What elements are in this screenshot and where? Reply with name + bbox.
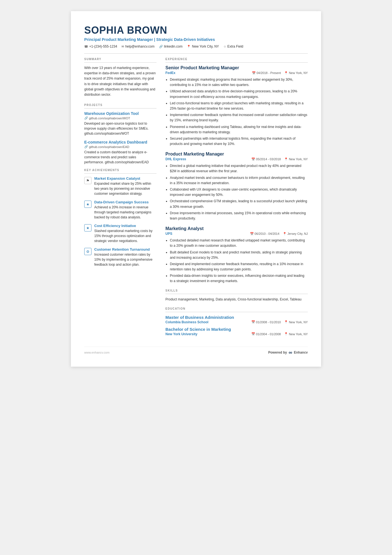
bullet: Collaborated with UX designers to create…: [170, 187, 308, 198]
edu-date-2: 📅 01/2004 - 01/2008: [251, 332, 281, 336]
calendar-icon-1: 📅: [252, 71, 256, 75]
job-meta-1: FedEx 📅 04/2018 - Present 📍 New York, NY: [165, 71, 308, 75]
project-item-2: E-commerce Analytics Dashboard 🔗 github.…: [84, 140, 157, 165]
job-location-1: 📍 New York, NY: [284, 71, 308, 75]
header: SOPHIA BROWN Principal Product Marketing…: [84, 24, 308, 54]
job-location-3: 📍 Jersey City, NJ: [283, 232, 308, 236]
edu-item-2: Bachelor of Science in Marketing New Yor…: [165, 327, 308, 336]
job-meta-2: DHL Express 📅 05/2014 - 03/2018 📍 New Yo…: [165, 157, 308, 161]
achievements-divider: [84, 173, 157, 174]
extra-icon: ☆: [224, 45, 226, 48]
job-company-3: UPS: [165, 232, 172, 236]
edu-pin-icon-2: 📍: [284, 332, 288, 336]
achievements-label: KEY ACHIEVEMENTS: [84, 169, 157, 172]
achievements-section: KEY ACHIEVEMENTS ⚑ Market Expansion Cata…: [84, 169, 157, 267]
brand-name: Enhancv: [294, 351, 308, 354]
bullet: Orchestrated comprehensive GTM strategie…: [170, 199, 308, 209]
edu-calendar-icon-2: 📅: [251, 332, 255, 336]
edu-location-1: 📍 New York, NY: [284, 320, 308, 324]
edu-school-2: New York University: [165, 332, 197, 336]
contact-phone: ☎ +1-(234)-555-1234: [84, 45, 117, 48]
pin-icon-1: 📍: [284, 71, 288, 75]
projects-section: PROJECTS Warehouse Optimization Tool 🔗 g…: [84, 103, 157, 165]
project-title-2: E-commerce Analytics Dashboard: [84, 140, 157, 144]
bullet: Designed and implemented customer feedba…: [170, 262, 308, 272]
skills-divider: [165, 294, 308, 294]
skills-label: SKILLS: [165, 289, 308, 292]
achievement-item-4: ⚙ Customer Retention Turnaround Increase…: [84, 247, 157, 267]
project-link-1: 🔗 github.com/sophiabrown/WOT: [84, 116, 157, 120]
bullet: Conducted detailed market research that …: [170, 238, 308, 248]
summary-label: SUMMARY: [84, 58, 157, 61]
edu-pin-icon-1: 📍: [284, 320, 288, 324]
gear-icon: ⚙: [84, 248, 91, 255]
star-icon-1: ★: [84, 201, 91, 208]
footer-website: www.enhancv.com: [84, 351, 110, 354]
edu-school-1: Columbia Business School: [165, 320, 209, 324]
link-icon-2: 🔗: [84, 145, 88, 149]
education-label: EDUCATION: [165, 307, 308, 310]
job-3: Marketing Analyst UPS 📅 06/2010 - 04/201…: [165, 226, 308, 284]
resume-page: SOPHIA BROWN Principal Product Marketing…: [71, 11, 321, 367]
project-item-1: Warehouse Optimization Tool 🔗 github.com…: [84, 111, 157, 136]
header-divider: [84, 53, 308, 54]
calendar-icon-2: 📅: [251, 157, 255, 161]
achievement-item-2: ★ Data-Driven Campaign Success Achieved …: [84, 200, 157, 220]
job-title-1: Senior Product Marketing Manager: [165, 65, 308, 70]
job-title-2: Product Marketing Manager: [165, 152, 308, 157]
summary-section: SUMMARY With over 13 years of marketing …: [84, 58, 157, 97]
bullet: Drove improvements in internal processes…: [170, 211, 308, 221]
bullet: Pioneered a marketing dashboard using Ta…: [170, 124, 308, 135]
location-icon: 📍: [187, 45, 191, 48]
edu-item-1: Master of Business Administration Columb…: [165, 315, 308, 324]
job-date-3: 📅 06/2010 - 04/2014: [250, 232, 279, 236]
job-company-2: DHL Express: [165, 157, 186, 161]
achievement-title-3: Cost Efficiency Initiative: [94, 224, 157, 228]
job-title-3: Marketing Analyst: [165, 226, 308, 231]
job-bullets-2: Directed a global marketing initiative t…: [165, 163, 308, 221]
job-meta-3: UPS 📅 06/2010 - 04/2014 📍 Jersey City, N…: [165, 232, 308, 236]
job-bullets-1: Developed strategic marketing programs t…: [165, 77, 308, 147]
job-bullets-3: Conducted detailed market research that …: [165, 238, 308, 284]
achievement-desc-4: Increased customer retention rates by 10…: [94, 252, 157, 267]
project-title-1: Warehouse Optimization Tool: [84, 111, 157, 116]
email-icon: ✉: [121, 45, 124, 48]
edu-degree-2: Bachelor of Science in Marketing: [165, 327, 308, 332]
job-location-2: 📍 New York, NY: [284, 157, 308, 161]
achievement-item-3: ★ Cost Efficiency Initiative Slashed ope…: [84, 224, 157, 243]
phone-icon: ☎: [84, 45, 88, 48]
experience-label: EXPERIENCE: [165, 58, 308, 61]
flag-icon: ⚑: [84, 177, 91, 184]
edu-meta-1: Columbia Business School 📅 01/2008 - 01/…: [165, 320, 308, 324]
achievement-desc-3: Slashed operational marketing costs by 1…: [94, 228, 157, 243]
skills-text: Product management, Marketing, Data anal…: [165, 297, 308, 302]
experience-section: EXPERIENCE Senior Product Marketing Mana…: [165, 58, 308, 284]
edu-location-2: 📍 New York, NY: [284, 332, 308, 336]
bullet: Implemented customer feedback systems th…: [170, 112, 308, 123]
bullet: Built detailed Excel models to track and…: [170, 250, 308, 260]
calendar-icon-3: 📅: [250, 232, 254, 236]
project-desc-2: Created a custom dashboard to analyze e-…: [84, 150, 157, 165]
bullet: Led cross-functional teams to align prod…: [170, 101, 308, 111]
achievement-title-1: Market Expansion Catalyst: [94, 176, 157, 181]
bullet: Secured partnerships with international …: [170, 136, 308, 147]
edu-meta-2: New York University 📅 01/2004 - 01/2008 …: [165, 332, 308, 336]
pin-icon-3: 📍: [283, 232, 287, 236]
project-desc-1: Developed an open-source logistics tool …: [84, 121, 157, 136]
candidate-name: SOPHIA BROWN: [84, 24, 308, 36]
job-date-1: 📅 04/2018 - Present: [252, 71, 281, 75]
job-company-1: FedEx: [165, 71, 175, 75]
summary-divider: [84, 62, 157, 63]
contact-row: ☎ +1-(234)-555-1234 ✉ help@enhancv.com 🔗…: [84, 45, 308, 48]
bullet: Utilized advanced data analytics to driv…: [170, 89, 308, 99]
candidate-title: Principal Product Marketing Manager | St…: [84, 37, 308, 42]
main-layout: SUMMARY With over 13 years of marketing …: [84, 58, 308, 339]
education-divider: [165, 312, 308, 312]
linkedin-icon: 🔗: [159, 45, 163, 48]
job-date-2: 📅 05/2014 - 03/2018: [251, 157, 281, 161]
edu-calendar-icon-1: 📅: [251, 320, 255, 324]
bullet: Developed strategic marketing programs t…: [170, 77, 308, 88]
left-column: SUMMARY With over 13 years of marketing …: [84, 58, 157, 339]
education-section: EDUCATION Master of Business Administrat…: [165, 307, 308, 336]
powered-by-label: Powered by: [268, 351, 287, 354]
